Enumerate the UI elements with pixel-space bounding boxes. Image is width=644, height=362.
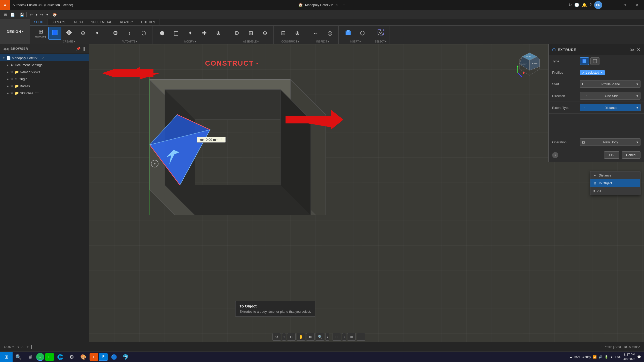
taskbar-settings-btn[interactable]: ⚙ <box>66 352 77 362</box>
select-tool[interactable] <box>374 27 387 40</box>
orbit-btn[interactable]: ↺ <box>272 333 281 341</box>
rigid-tool[interactable]: ⊞ <box>244 27 257 40</box>
dd-item-distance[interactable]: ↔ Distance <box>590 171 640 179</box>
look-at-btn[interactable]: ⊙ <box>287 333 296 341</box>
cancel-button[interactable]: Cancel <box>622 151 640 159</box>
history-icon[interactable]: 🕐 <box>574 3 579 7</box>
user-avatar[interactable]: PR <box>594 1 602 9</box>
type-surface-btn[interactable] <box>590 57 599 65</box>
axis-tool[interactable]: ⊕ <box>291 27 304 40</box>
external-link-icon[interactable]: ↗ <box>42 56 45 60</box>
browser-collapse-btn[interactable]: ▌ <box>84 47 86 51</box>
tree-item-bodies[interactable]: ▶ 👁 📁 Bodies <box>0 82 89 89</box>
home-btn[interactable]: 🏠 <box>51 11 58 18</box>
dimension-label[interactable]: ◀▶ 0.00 mm ⋮ <box>197 137 226 143</box>
fillet-tool[interactable]: ↕ <box>123 27 136 40</box>
joint-tool[interactable]: ⚙ <box>230 27 243 40</box>
press-pull-tool[interactable]: ⬢ <box>155 27 169 40</box>
combine-tool[interactable]: ✦ <box>184 27 197 40</box>
network-icon[interactable]: 📶 <box>593 355 597 359</box>
taskbar-nordvpn-btn[interactable]: 🔵 <box>109 352 119 362</box>
measure-tool[interactable]: ↔ <box>309 27 322 40</box>
scale-tool[interactable]: ◫ <box>170 27 183 40</box>
plane-tool[interactable]: ⊟ <box>277 27 290 40</box>
taskbar-paint-btn[interactable]: 🎨 <box>78 352 89 362</box>
new-tab-btn[interactable]: ＋ <box>342 2 346 8</box>
tab-mesh[interactable]: MESH <box>70 19 87 25</box>
section-tool[interactable]: ◎ <box>323 27 336 40</box>
minimize-button[interactable]: — <box>606 1 618 9</box>
ok-button[interactable]: OK <box>604 151 619 159</box>
profiles-clear-btn[interactable]: ✕ <box>600 71 603 74</box>
close-tab-btn[interactable]: ✕ <box>335 3 338 7</box>
taskbar-fusion-blue-btn[interactable]: F <box>99 353 108 361</box>
display-mode-btn[interactable]: □ <box>333 333 341 341</box>
zoom-btn[interactable]: ⊕ <box>306 333 315 341</box>
tree-item-root[interactable]: ▼ 📄 Monopoly Hotel v1 ↗ <box>0 54 89 61</box>
close-button[interactable]: ✕ <box>631 1 643 9</box>
undo-dropdown-btn[interactable]: ▾ <box>35 11 38 18</box>
notification-icon[interactable]: 🔔 <box>582 3 587 7</box>
type-solid-btn[interactable] <box>580 57 589 65</box>
pan-btn[interactable]: ✋ <box>297 333 305 341</box>
zoom-window-btn[interactable]: 🔍 <box>316 333 324 341</box>
automate-tool1[interactable]: ⚙ <box>109 27 122 40</box>
extrude-tool[interactable] <box>62 27 75 40</box>
taskbar-dolphin-btn[interactable]: 🐬 <box>120 352 131 362</box>
canvas-tool[interactable]: ⬡ <box>356 27 369 40</box>
info-button[interactable]: ℹ <box>552 152 558 158</box>
new-component-tool[interactable]: ⊞ New Comp <box>34 27 47 40</box>
display-dropdown-btn[interactable]: ▾ <box>342 333 346 341</box>
tree-item-doc-settings[interactable]: ▶ ⚙ Document Settings <box>0 61 89 68</box>
dimension-options-icon[interactable]: ⋮ <box>220 138 223 142</box>
undo-btn[interactable]: ↩ <box>28 11 35 18</box>
tree-item-named-views[interactable]: ▶ 👁 📁 Named Views <box>0 68 89 75</box>
direction-dropdown[interactable]: ⟶ One Side ▾ <box>580 92 640 100</box>
refresh-icon[interactable]: ↻ <box>569 3 572 7</box>
apps-btn[interactable]: ⊞ <box>2 11 9 18</box>
contact-tool[interactable]: ⊕ <box>258 27 271 40</box>
browser-pin-icon[interactable]: 📌 <box>76 47 80 51</box>
tab-solid[interactable]: SOLID <box>30 19 48 25</box>
tab-surface[interactable]: SURFACE <box>48 19 70 25</box>
navigation-cube[interactable]: TOP FRONT RIGHT <box>516 50 543 78</box>
tab-plastic[interactable]: PLASTIC <box>116 19 137 25</box>
help-icon[interactable]: ? <box>589 3 592 7</box>
taskbar-spotify-btn[interactable]: ♫ <box>36 353 44 361</box>
taskbar-fusion-orange-btn[interactable]: F <box>90 353 98 361</box>
panel-expand-icon[interactable]: ≫ <box>630 47 635 53</box>
taskbar-line-btn[interactable]: L <box>45 353 54 361</box>
move-tool[interactable]: ✚ <box>198 27 211 40</box>
dd-item-to-object[interactable]: ⊞ To Object <box>590 179 640 187</box>
maximize-button[interactable]: □ <box>619 1 630 9</box>
dd-item-all[interactable]: ≡ All <box>590 187 640 195</box>
redo-btn[interactable]: ↪ <box>38 11 45 18</box>
insert-tool[interactable] <box>342 27 355 40</box>
start-dropdown[interactable]: ⊢ Profile Plane ▾ <box>580 80 640 88</box>
notification-center-icon[interactable]: 💬 <box>637 355 641 359</box>
collapse-comments-btn[interactable]: ▌ <box>31 345 33 349</box>
grid-btn[interactable]: ⊞ <box>347 333 356 341</box>
create-sketch-tool[interactable] <box>48 27 61 40</box>
tree-item-sketches[interactable]: ▶ 👁 📁 Sketches ••• <box>0 89 89 97</box>
view-cube-btn[interactable]: ⊟ <box>357 333 365 341</box>
extent-type-dropdown[interactable]: ↔ Distance ▾ <box>580 104 640 111</box>
show-hidden-icon[interactable]: ▲ <box>610 355 613 358</box>
redo-dropdown-btn[interactable]: ▾ <box>45 11 49 18</box>
sound-icon[interactable]: 🔊 <box>599 355 602 359</box>
save-btn[interactable]: 💾 <box>18 11 25 18</box>
taskbar-chrome-btn[interactable]: 🌐 <box>55 352 65 362</box>
panel-collapse-icon[interactable]: ✕ <box>637 47 640 53</box>
sphere-tool[interactable]: ✦ <box>91 27 104 40</box>
browser-collapse-icon[interactable]: ◀◀ <box>3 47 9 51</box>
add-comment-btn[interactable]: ＋ <box>26 344 30 349</box>
file-btn[interactable]: 📄 <box>9 11 16 18</box>
zoom-dropdown-btn[interactable]: ▾ <box>325 333 329 341</box>
tree-item-origin[interactable]: ▶ 👁 ⊕ Origin <box>0 75 89 82</box>
shell-tool[interactable]: ⬡ <box>137 27 150 40</box>
taskbar-clock[interactable]: 8:37 PM 4/8/2023 <box>623 353 635 361</box>
taskbar-search-btn[interactable]: 🔍 <box>13 352 24 362</box>
design-workspace-button[interactable]: DESIGN ▾ <box>0 19 30 44</box>
align-tool[interactable]: ⊕ <box>212 27 225 40</box>
taskbar-task-view-btn[interactable]: 🖥 <box>25 352 35 362</box>
